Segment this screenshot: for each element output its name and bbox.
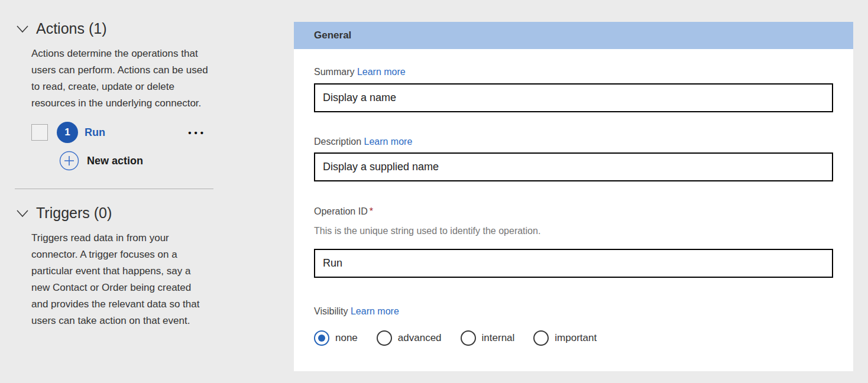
- visibility-label: Visibility: [314, 306, 348, 316]
- visibility-radio-group: none advanced internal important: [314, 330, 833, 346]
- general-panel: General Summary Learn more Description L…: [294, 22, 853, 371]
- plus-circle-icon: [59, 151, 79, 171]
- radio-option-none[interactable]: none: [314, 330, 358, 346]
- visibility-learn-more-link[interactable]: Learn more: [351, 306, 399, 316]
- radio-selected-icon[interactable]: [314, 330, 329, 346]
- action-run-link[interactable]: Run: [85, 126, 105, 139]
- radio-unselected-icon[interactable]: [377, 330, 392, 346]
- new-action-button[interactable]: New action: [59, 151, 213, 171]
- more-options-icon[interactable]: •••: [188, 128, 206, 137]
- operation-id-label: Operation ID: [314, 206, 368, 216]
- radio-option-important[interactable]: important: [533, 330, 597, 346]
- action-order-badge: 1: [57, 122, 78, 143]
- new-action-label: New action: [87, 155, 143, 167]
- radio-unselected-icon[interactable]: [533, 330, 549, 346]
- chevron-down-icon[interactable]: [15, 21, 30, 37]
- triggers-description: Triggers read data in from your connecto…: [31, 230, 209, 329]
- actions-section-title: Actions (1): [36, 20, 106, 37]
- description-input[interactable]: [314, 152, 833, 181]
- actions-description: Actions determine the operations that us…: [31, 46, 209, 112]
- summary-input[interactable]: [314, 83, 833, 112]
- operation-id-input[interactable]: [314, 249, 833, 278]
- panel-body: Summary Learn more Description Learn mor…: [294, 49, 853, 371]
- triggers-section-title: Triggers (0): [36, 205, 112, 222]
- panel-header: General: [294, 22, 853, 49]
- description-learn-more-link[interactable]: Learn more: [364, 137, 412, 147]
- action-list-item: 1 Run •••: [31, 121, 213, 144]
- summary-learn-more-link[interactable]: Learn more: [357, 67, 406, 77]
- action-checkbox[interactable]: [31, 124, 48, 141]
- operations-sidebar: Actions (1) Actions determine the operat…: [15, 20, 213, 329]
- visibility-label-row: Visibility Learn more: [314, 306, 833, 317]
- radio-option-internal[interactable]: internal: [461, 330, 515, 346]
- triggers-section-header[interactable]: Triggers (0): [15, 205, 213, 222]
- radio-label-internal: internal: [482, 332, 515, 344]
- radio-unselected-icon[interactable]: [461, 330, 476, 346]
- operation-id-label-row: Operation ID*: [314, 206, 833, 217]
- sidebar-divider: [15, 189, 213, 189]
- operation-id-helper-text: This is the unique string used to identi…: [314, 226, 833, 236]
- actions-section-header[interactable]: Actions (1): [15, 20, 213, 37]
- radio-option-advanced[interactable]: advanced: [377, 330, 442, 346]
- description-label-row: Description Learn more: [314, 137, 833, 147]
- radio-label-advanced: advanced: [398, 332, 442, 344]
- summary-label-row: Summary Learn more: [314, 67, 833, 77]
- chevron-down-icon[interactable]: [15, 206, 30, 221]
- summary-label: Summary: [314, 67, 354, 77]
- radio-label-important: important: [555, 332, 597, 344]
- required-asterisk: *: [370, 206, 373, 216]
- description-label: Description: [314, 137, 361, 147]
- panel-title: General: [314, 30, 351, 41]
- radio-label-none: none: [335, 332, 358, 344]
